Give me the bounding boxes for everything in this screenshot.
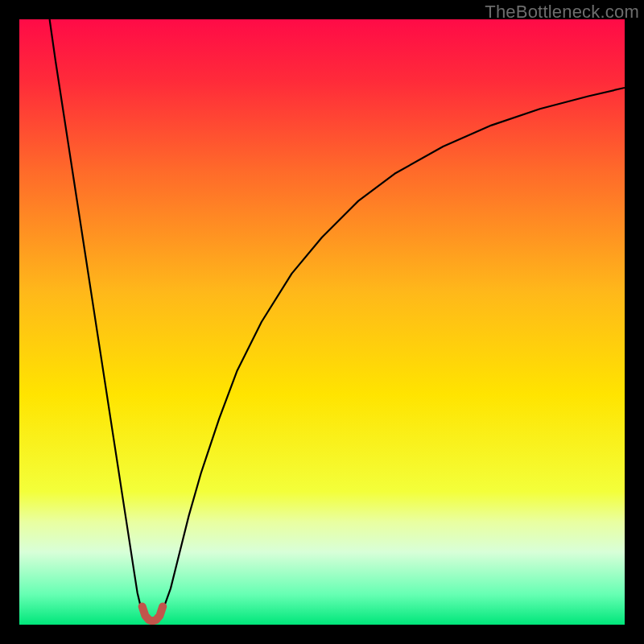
- watermark-text: TheBottleneck.com: [485, 2, 639, 23]
- bottleneck-chart: [19, 19, 625, 625]
- plot-frame: [19, 19, 625, 625]
